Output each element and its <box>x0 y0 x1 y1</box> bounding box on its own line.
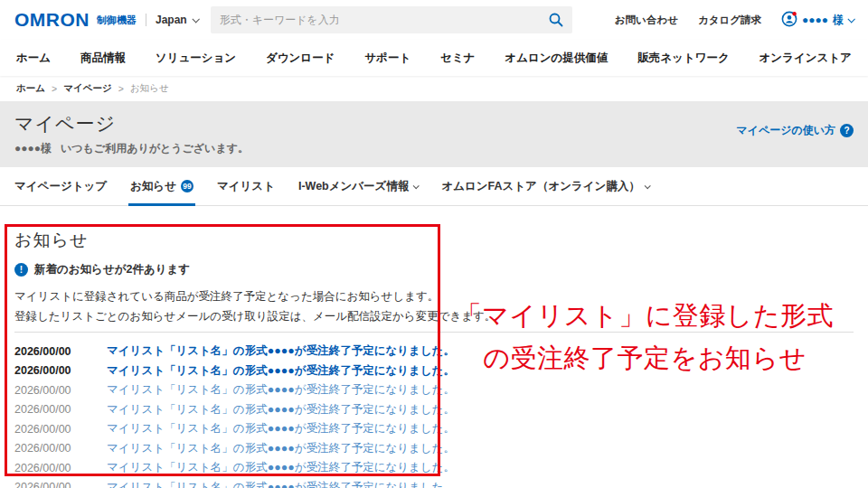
notifications-section: お知らせ ! 新着のお知らせが2件あります マイリストに登録されている商品が受注… <box>0 206 868 488</box>
user-name: ●●●● <box>802 14 828 26</box>
notification-date: 2026/00/00 <box>14 481 107 488</box>
mypage-tabs: マイページトップ お知らせ 99 マイリスト I-Webメンバーズ情報 オムロン… <box>0 167 868 206</box>
notification-link[interactable]: マイリスト「リスト名」の形式●●●●が受注終了予定になりました。 <box>107 402 455 418</box>
region-selector[interactable]: Japan <box>156 14 198 26</box>
division-label: 制御機器 <box>97 14 137 27</box>
notification-date: 2026/00/00 <box>14 462 107 474</box>
chevron-down-icon <box>847 15 854 23</box>
breadcrumb-home[interactable]: ホーム <box>16 82 45 95</box>
notification-link[interactable]: マイリスト「リスト名」の形式●●●●が受注終了予定になりました。 <box>107 421 455 436</box>
notification-date: 2026/00/00 <box>14 423 107 436</box>
notification-row: 2026/00/00 マイリスト「リスト名」の形式●●●●が受注終了予定になりま… <box>14 400 854 420</box>
top-links: お問い合わせ カタログ請求 ●●●● 様 <box>615 11 854 30</box>
greeting-name: ●●●●様 <box>14 142 52 155</box>
mypage-help-link[interactable]: マイページの使い方 ? <box>736 123 854 138</box>
notification-list: 2026/00/00 マイリスト「リスト名」の形式●●●●が受注終了予定になりま… <box>14 332 854 488</box>
greeting: ●●●●様いつもご利用ありがとうございます。 <box>14 141 854 156</box>
alert-count: 2件 <box>126 263 143 276</box>
notification-link[interactable]: マイリスト「リスト名」の形式●●●●が受注終了予定になりました。 <box>107 363 455 379</box>
notification-row: 2026/00/00 マイリスト「リスト名」の形式●●●●が受注終了予定になりま… <box>14 419 854 439</box>
new-notifications-alert: ! 新着のお知らせが2件あります <box>14 262 854 277</box>
divider <box>146 14 146 26</box>
chevron-down-icon <box>413 183 420 189</box>
breadcrumb: ホーム > マイページ > お知らせ <box>0 76 868 101</box>
notification-row: 2026/00/00 マイリスト「リスト名」の形式●●●●が受注終了予定になりま… <box>14 380 854 400</box>
chevron-down-icon <box>645 183 651 189</box>
notification-date: 2026/00/00 <box>14 403 107 416</box>
notification-date: 2026/00/00 <box>14 384 107 397</box>
notification-link[interactable]: マイリスト「リスト名」の形式●●●●が受注終了予定になりました。 <box>107 460 455 475</box>
page-header: マイページ ●●●●様いつもご利用ありがとうございます。 マイページの使い方 ? <box>0 101 868 167</box>
alert-suffix: あります <box>144 263 190 276</box>
alert-icon: ! <box>14 263 28 277</box>
tab-iweb-members[interactable]: I-Webメンバーズ情報 <box>298 167 418 205</box>
notification-link[interactable]: マイリスト「リスト名」の形式●●●●が受注終了予定になりました。 <box>107 382 455 398</box>
tab-fa-store[interactable]: オムロンFAストア（オンライン購入） <box>441 167 649 205</box>
notification-row: 2026/00/00 マイリスト「リスト名」の形式●●●●が受注終了予定になりま… <box>14 439 854 459</box>
nav-item-seminar[interactable]: セミナ <box>440 51 475 66</box>
breadcrumb-current: お知らせ <box>130 82 169 95</box>
chevron-down-icon <box>192 15 199 23</box>
tab-label: お知らせ <box>130 179 176 194</box>
search-box <box>211 6 572 33</box>
notification-link[interactable]: マイリスト「リスト名」の形式●●●●が受注終了予定になりました。 <box>107 343 455 359</box>
tab-mylist[interactable]: マイリスト <box>217 167 275 205</box>
nav-item-value[interactable]: オムロンの提供価値 <box>505 51 608 66</box>
nav-item-support[interactable]: サポート <box>364 51 410 66</box>
nav-item-sales-network[interactable]: 販売ネットワーク <box>637 51 729 66</box>
user-suffix: 様 <box>833 13 844 28</box>
breadcrumb-separator: > <box>52 83 57 94</box>
region-label: Japan <box>156 14 187 26</box>
nav-item-solutions[interactable]: ソリューション <box>156 51 236 66</box>
notification-count-badge: 99 <box>181 180 193 192</box>
question-icon: ? <box>840 124 854 137</box>
breadcrumb-separator: > <box>118 83 124 94</box>
notifications-description: マイリストに登録されている商品が受注終了予定となった場合にお知らせします。 登録… <box>14 286 854 326</box>
alert-text: 新着のお知らせが2件あります <box>34 262 190 277</box>
notification-row: 2026/00/00 マイリスト「リスト名」の形式●●●●が受注終了予定になりま… <box>14 361 854 381</box>
notification-date: 2026/00/00 <box>14 364 107 377</box>
search-icon[interactable] <box>547 11 565 29</box>
catalog-request-link[interactable]: カタログ請求 <box>698 14 761 27</box>
alert-prefix: 新着のお知らせが <box>34 263 126 276</box>
tab-mypage-top[interactable]: マイページトップ <box>14 167 107 205</box>
page-title: マイページ <box>14 112 854 136</box>
notification-link[interactable]: マイリスト「リスト名」の形式●●●●が受注終了予定になりました。 <box>107 441 455 456</box>
nav-item-downloads[interactable]: ダウンロード <box>266 51 335 66</box>
notification-row: 2026/00/00 マイリスト「リスト名」の形式●●●●が受注終了予定になりま… <box>14 458 854 478</box>
global-nav: ホーム 商品情報 ソリューション ダウンロード サポート セミナ オムロンの提供… <box>0 40 868 76</box>
notification-row: 2026/00/00 マイリスト「リスト名」の形式●●●●が受注終了予定になりま… <box>14 478 854 488</box>
nav-item-online-store[interactable]: オンラインストア <box>760 51 852 66</box>
description-line: マイリストに登録されている商品が受注終了予定となった場合にお知らせします。 <box>14 286 854 306</box>
breadcrumb-mypage[interactable]: マイページ <box>63 82 111 95</box>
help-link-label: マイページの使い方 <box>736 123 835 138</box>
notifications-heading: お知らせ <box>14 230 854 251</box>
user-avatar-icon <box>781 11 797 30</box>
greeting-text: いつもご利用ありがとうございます。 <box>61 142 249 155</box>
contact-link[interactable]: お問い合わせ <box>615 14 678 27</box>
notification-date: 2026/00/00 <box>14 442 107 455</box>
omron-mypage-screen: OMRON 制御機器 Japan お問い合わせ カタログ請求 ●●●● 様 <box>0 0 868 488</box>
user-menu[interactable]: ●●●● 様 <box>781 11 854 30</box>
top-bar: OMRON 制御機器 Japan お問い合わせ カタログ請求 ●●●● 様 <box>0 0 868 40</box>
search-input[interactable] <box>220 14 547 26</box>
nav-item-products[interactable]: 商品情報 <box>80 51 126 66</box>
tab-label: オムロンFAストア（オンライン購入） <box>441 179 640 194</box>
notification-link[interactable]: マイリスト「リスト名」の形式●●●●が受注終了予定になりました。 <box>107 480 455 488</box>
tab-label: マイリスト <box>217 179 275 194</box>
tab-label: I-Webメンバーズ情報 <box>298 179 409 194</box>
nav-item-home[interactable]: ホーム <box>16 51 51 66</box>
tab-notifications[interactable]: お知らせ 99 <box>130 167 193 205</box>
description-line: 登録したリストごとのお知らせメールの受け取り設定は、メール配信設定から変更できま… <box>14 306 854 326</box>
notification-row: 2026/00/00 マイリスト「リスト名」の形式●●●●が受注終了予定になりま… <box>14 342 854 361</box>
notification-date: 2026/00/00 <box>14 345 107 358</box>
omron-logo[interactable]: OMRON <box>14 9 90 31</box>
tab-label: マイページトップ <box>14 179 107 194</box>
